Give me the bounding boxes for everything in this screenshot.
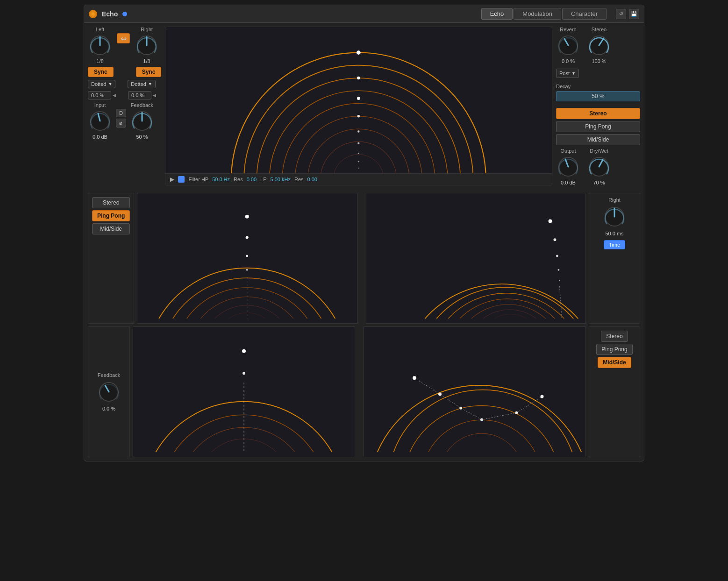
undo-button[interactable]: ↺ — [616, 9, 626, 19]
feedback-bottom-knob-svg[interactable] — [97, 380, 121, 404]
svg-point-10 — [358, 153, 359, 154]
play-button[interactable]: ▶ — [170, 176, 174, 183]
stereo-knob-svg[interactable] — [587, 33, 611, 57]
feedback-bottom-group: Feedback 0.0 % — [88, 326, 130, 457]
save-button[interactable]: 💾 — [629, 9, 639, 19]
center-visualizer[interactable]: ▶ Filter HP 50.0 Hz Res 0.00 LP 5.00 kHz… — [165, 27, 552, 185]
right-small-knob-value: 50.0 ms — [605, 231, 623, 236]
svg-point-11 — [358, 161, 359, 162]
left-sync-button[interactable]: Sync — [88, 67, 114, 77]
right-delay-value: 1/8 — [143, 58, 150, 64]
input-group: Input 0.0 dB — [88, 102, 112, 140]
sync-row: Sync Sync — [88, 67, 161, 77]
bottom-left-bottom-visualizer[interactable] — [133, 326, 355, 457]
br-stereo-button[interactable]: Stereo — [601, 331, 628, 342]
stereo-knob-label: Stereo — [592, 27, 607, 32]
filter-hp-label: Filter HP — [188, 177, 208, 182]
bottom-section: Stereo Ping Pong Mid/Side — [84, 189, 644, 461]
right-panel: Reverb 0.0 % Stereo 100 % — [556, 27, 640, 185]
bottom-left-side-controls: Stereo Ping Pong Mid/Side — [88, 193, 134, 324]
input-value: 0.0 dB — [93, 134, 107, 140]
column-spacer — [360, 193, 363, 324]
svg-point-34 — [243, 372, 245, 375]
left-dotted-dropdown[interactable]: Dotted ▼ — [88, 80, 115, 88]
link-icon: ⇔ — [121, 34, 127, 43]
time-button[interactable]: Time — [604, 240, 625, 249]
bl-mid-side-button[interactable]: Mid/Side — [92, 223, 130, 234]
filter-bar: ▶ Filter HP 50.0 Hz Res 0.00 LP 5.00 kHz… — [165, 173, 552, 185]
tab-echo[interactable]: Echo — [481, 8, 513, 20]
feedback-knob-svg[interactable] — [130, 109, 154, 133]
mid-side-mode-button[interactable]: Mid/Side — [556, 134, 640, 145]
right-small-knob-svg[interactable] — [602, 205, 627, 229]
bottom-left-visualizer[interactable] — [137, 193, 357, 324]
phi-button[interactable]: ⌀ — [116, 119, 126, 128]
svg-point-4 — [357, 50, 361, 55]
bl-ping-pong-button[interactable]: Ping Pong — [92, 210, 130, 221]
tab-bar: Echo Modulation Character — [481, 8, 607, 20]
chevron-down-icon: ▼ — [108, 82, 112, 86]
bottom-right-side-controls: Right 50.0 ms Time — [589, 193, 640, 324]
left-knob-svg[interactable] — [88, 33, 112, 57]
plugin-title: Echo — [102, 10, 118, 18]
bl-stereo-button[interactable]: Stereo — [92, 197, 130, 208]
left-value: 1/8 — [96, 58, 103, 64]
post-select[interactable]: Post ▼ — [556, 69, 579, 78]
reverb-value: 0.0 % — [562, 58, 575, 64]
title-bar: Echo Echo Modulation Character ↺ 💾 — [84, 5, 644, 23]
svg-point-21 — [246, 269, 248, 271]
tab-modulation[interactable]: Modulation — [514, 8, 561, 20]
reverb-knob-svg[interactable] — [556, 33, 580, 57]
post-chevron-icon: ▼ — [571, 71, 576, 76]
svg-point-39 — [459, 407, 462, 410]
filter-res1-value: 0.00 — [247, 177, 257, 182]
svg-point-27 — [557, 269, 559, 271]
svg-point-6 — [357, 97, 360, 100]
tab-character[interactable]: Character — [562, 8, 607, 20]
output-label: Output — [560, 148, 576, 154]
output-group: Output 0.0 dB — [556, 148, 580, 185]
reverb-label: Reverb — [560, 27, 576, 32]
right-sync-button[interactable]: Sync — [136, 67, 162, 77]
feedback-label: Feedback — [131, 102, 153, 108]
br-mid-side-button[interactable]: Mid/Side — [598, 357, 631, 368]
svg-point-7 — [357, 115, 360, 117]
decay-value-box[interactable]: 50 % — [556, 91, 640, 101]
ping-pong-mode-button[interactable]: Ping Pong — [556, 121, 640, 132]
stereo-mode-button[interactable]: Stereo — [556, 108, 640, 119]
svg-point-9 — [358, 142, 360, 144]
stereo-knob-value: 100 % — [592, 58, 606, 64]
input-feedback-row: Input 0.0 dB D ⌀ Feedback — [88, 102, 161, 140]
svg-point-5 — [357, 77, 360, 80]
bottom-right-bottom-modes: Stereo Ping Pong Mid/Side — [589, 326, 640, 457]
bottom-right-bottom-vis-svg — [364, 327, 585, 457]
br-ping-pong-button[interactable]: Ping Pong — [596, 344, 632, 355]
svg-point-18 — [245, 215, 249, 219]
bottom-left-vis-svg — [137, 193, 357, 323]
right-knob-svg[interactable] — [135, 33, 159, 57]
output-knob-svg[interactable] — [556, 155, 580, 179]
bottom-right-top-visualizer[interactable] — [366, 193, 586, 324]
d-phi-group: D ⌀ — [116, 109, 126, 128]
filter-color-indicator — [178, 176, 185, 183]
stereo-knob-group: Stereo 100 % — [587, 27, 611, 64]
column-spacer-2 — [358, 326, 361, 457]
output-drywet-row: Output 0.0 dB Dry/Wet 70 % — [556, 148, 640, 185]
right-dotted-dropdown[interactable]: Dotted ▼ — [128, 80, 155, 88]
filter-lp-label: LP — [260, 177, 266, 182]
filter-res2-value: 0.00 — [307, 177, 317, 182]
bottom-right-bottom-visualizer[interactable] — [364, 326, 586, 457]
feedback-bottom-value: 0.0 % — [102, 406, 115, 411]
bottom-bottom-row: Feedback 0.0 % — [88, 326, 640, 457]
right-offset-row: 0.0 % ◀ — [128, 91, 156, 99]
link-button[interactable]: ⇔ — [117, 33, 130, 43]
reverb-stereo-row: Reverb 0.0 % Stereo 100 % — [556, 27, 640, 64]
dry-wet-knob-svg[interactable] — [587, 155, 611, 179]
svg-point-25 — [553, 238, 556, 241]
plugin-container: Echo Echo Modulation Character ↺ 💾 Left — [84, 5, 644, 461]
svg-rect-23 — [369, 193, 583, 323]
d-button[interactable]: D — [116, 109, 126, 117]
input-knob-svg[interactable] — [88, 109, 112, 133]
main-echo-visualization — [165, 27, 552, 185]
svg-point-38 — [438, 392, 442, 396]
